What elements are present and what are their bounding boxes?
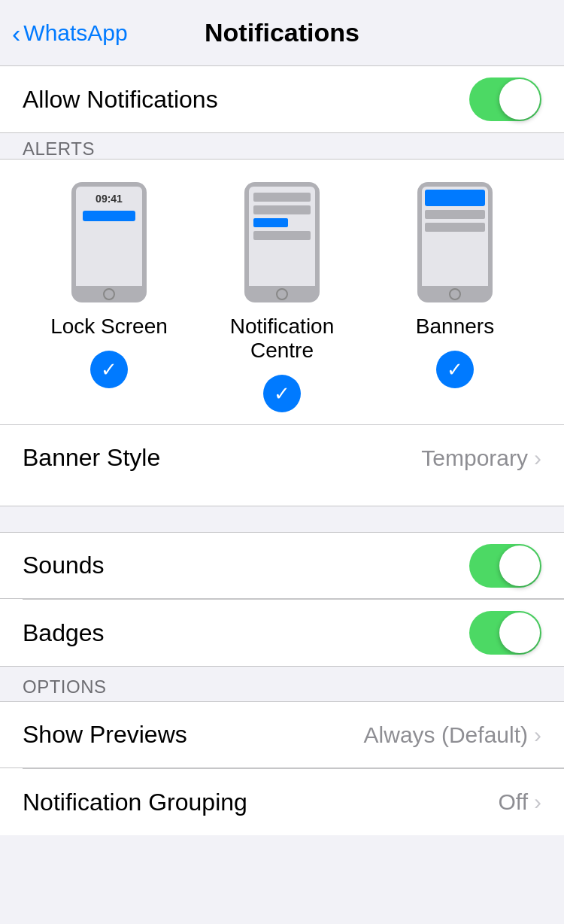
badges-toggle[interactable] [469, 611, 541, 655]
lock-screen-check-icon: ✓ [101, 358, 117, 381]
banners-phone-icon [417, 182, 493, 302]
options-card: Show Previews Always (Default) › Notific… [0, 702, 564, 835]
sounds-toggle[interactable] [469, 544, 541, 588]
lock-screen-home-button [103, 288, 115, 300]
notification-centre-phone-bottom [244, 286, 320, 302]
sounds-toggle-knob [499, 546, 540, 586]
banners-phone-screen [422, 187, 488, 286]
options-section-gap: OPTIONS [0, 666, 564, 702]
notification-centre-check[interactable]: ✓ [263, 375, 301, 412]
alerts-section-label: ALERTS [23, 132, 95, 160]
alerts-container: 09:41 Lock Screen ✓ [0, 160, 564, 506]
lock-screen-notif-bar [83, 211, 135, 221]
notification-centre-label: Notification Centre [214, 315, 350, 363]
show-previews-label: Show Previews [23, 721, 187, 749]
badges-label: Badges [23, 619, 105, 647]
banner-style-row[interactable]: Banner Style Temporary › [0, 424, 564, 491]
notification-grouping-value: Off › [499, 789, 541, 815]
back-chevron-icon: ‹ [12, 20, 20, 46]
show-previews-row[interactable]: Show Previews Always (Default) › [0, 702, 564, 768]
notif-line-1 [253, 193, 311, 202]
banner-style-value-text: Temporary [421, 445, 528, 471]
sounds-row: Sounds [0, 533, 564, 599]
allow-notifications-label: Allow Notifications [23, 86, 218, 114]
back-label: WhatsApp [23, 20, 127, 46]
notif-line-3 [253, 231, 311, 240]
gap-after-alerts [0, 506, 564, 533]
banners-line-1 [425, 210, 485, 219]
banner-style-label: Banner Style [23, 444, 160, 472]
allow-notifications-toggle[interactable] [469, 78, 541, 121]
banners-banner-top [425, 190, 485, 206]
alert-icons-row: 09:41 Lock Screen ✓ [0, 182, 564, 412]
banners-home-button [449, 288, 461, 300]
sounds-label: Sounds [23, 552, 105, 579]
lock-screen-phone-bottom [71, 286, 147, 302]
banner-style-value: Temporary › [421, 445, 541, 471]
lock-screen-phone-icon: 09:41 [71, 182, 147, 302]
alerts-section-gap: ALERTS [0, 132, 564, 160]
banner-style-chevron-icon: › [534, 445, 541, 471]
banners-check-icon: ✓ [447, 358, 463, 381]
back-button[interactable]: ‹ WhatsApp [12, 20, 128, 46]
notification-grouping-row[interactable]: Notification Grouping Off › [0, 769, 564, 835]
toggle-knob [499, 79, 540, 120]
banners-alert-item: Banners ✓ [387, 182, 523, 388]
lock-screen-check[interactable]: ✓ [90, 351, 128, 388]
badges-row: Badges [0, 600, 564, 666]
page-title: Notifications [205, 18, 359, 47]
badges-toggle-knob [499, 612, 540, 653]
notification-centre-alert-item: Notification Centre ✓ [214, 182, 350, 412]
banners-phone-bottom [417, 286, 493, 302]
header: ‹ WhatsApp Notifications [0, 0, 564, 66]
lock-screen-phone-screen: 09:41 [76, 187, 142, 286]
notification-centre-check-icon: ✓ [274, 382, 290, 406]
notification-centre-phone-icon [244, 182, 320, 302]
notif-line-2 [253, 205, 311, 214]
lock-screen-label: Lock Screen [50, 315, 168, 339]
notification-grouping-value-text: Off [499, 789, 528, 815]
show-previews-chevron-icon: › [534, 722, 541, 748]
options-section-label: OPTIONS [23, 670, 107, 698]
notif-line-blue [253, 218, 288, 227]
banners-line-2 [425, 223, 485, 232]
banners-label: Banners [416, 315, 494, 339]
show-previews-value-text: Always (Default) [364, 722, 528, 748]
lock-screen-time: 09:41 [96, 193, 123, 205]
notification-grouping-label: Notification Grouping [23, 789, 247, 816]
sounds-badges-card: Sounds Badges [0, 533, 564, 666]
notification-centre-home-button [276, 288, 288, 300]
allow-notifications-row: Allow Notifications [0, 66, 564, 132]
lock-screen-alert-item: 09:41 Lock Screen ✓ [41, 182, 177, 388]
banners-check[interactable]: ✓ [436, 351, 474, 388]
notification-centre-phone-screen [249, 187, 315, 286]
show-previews-value: Always (Default) › [364, 722, 541, 748]
notification-grouping-chevron-icon: › [534, 789, 541, 815]
